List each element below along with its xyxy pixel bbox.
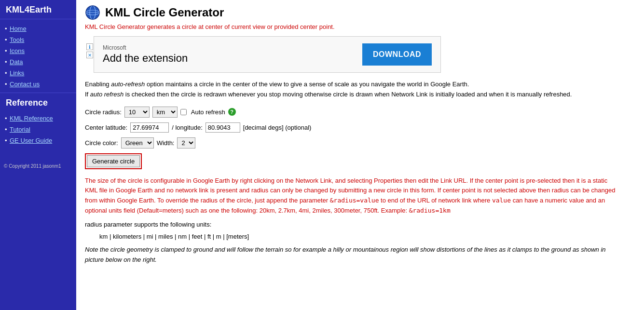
ad-controls: ℹ ✕ — [86, 43, 93, 58]
sidebar-item-data[interactable]: Data — [0, 56, 76, 67]
optional-label: [decimal degs] (optional) — [243, 124, 312, 131]
longitude-input[interactable]: 80.9043 — [206, 122, 240, 133]
radius-label: Circle radius: — [85, 108, 122, 116]
sidebar-item-tutorial[interactable]: Tutorial — [0, 124, 76, 135]
sidebar-link-home[interactable]: Home — [10, 25, 27, 32]
site-title: KML4Earth — [0, 0, 76, 19]
color-row: Circle color: RedGreenBlueYellowWhiteBla… — [85, 137, 635, 148]
sidebar-link-contact[interactable]: Contact us — [10, 81, 40, 88]
sidebar-item-ge-user-guide[interactable]: GE User Guide — [0, 135, 76, 146]
help-icon[interactable]: ? — [228, 108, 236, 116]
main-content: KML Circle Generator KML Circle Generato… — [76, 0, 644, 310]
sidebar-item-tools[interactable]: Tools — [0, 34, 76, 45]
sidebar-item-home[interactable]: Home — [0, 23, 76, 34]
ad-text: Microsoft Add the extension — [103, 44, 188, 65]
sidebar-link-tools[interactable]: Tools — [10, 36, 24, 43]
sidebar-link-links[interactable]: Links — [10, 69, 24, 77]
sidebar-link-ge-user-guide[interactable]: GE User Guide — [10, 137, 52, 144]
sidebar-link-tutorial[interactable]: Tutorial — [10, 126, 30, 133]
description: Enabling auto-refresh option maintains a… — [85, 80, 616, 100]
ad-download-button[interactable]: DOWNLOAD — [362, 43, 432, 66]
description-line2: If auto refresh is checked then the circ… — [85, 90, 616, 100]
ad-close-icon[interactable]: ✕ — [86, 52, 93, 58]
auto-refresh-checkbox[interactable] — [180, 109, 187, 115]
lon-label: / longitude: — [172, 124, 203, 131]
sidebar-link-icons[interactable]: Icons — [10, 47, 25, 54]
color-label: Circle color: — [85, 139, 118, 147]
unit-select[interactable]: kmminmfeetftm — [152, 107, 178, 118]
note-text: Note the circle geometry is clamped to g… — [85, 245, 616, 265]
units-list: km | kilometers | mi | miles | nm | feet… — [99, 233, 635, 240]
nav-section: Home Tools Icons Data Links Contact us — [0, 19, 76, 93]
latlon-row: Center latitude: 27.69974 / longitude: 8… — [85, 122, 635, 133]
page-title: KML Circle Generator — [85, 5, 635, 20]
color-select[interactable]: RedGreenBlueYellowWhiteBlack — [121, 137, 154, 148]
lat-label: Center latitude: — [85, 124, 127, 131]
ad-provider: Microsoft — [103, 44, 188, 51]
width-select[interactable]: 12345 — [177, 137, 195, 148]
radius-row: Circle radius: 125102050100 kmminmfeetft… — [85, 107, 635, 118]
ad-info-icon[interactable]: ℹ — [86, 43, 93, 50]
generate-circle-button[interactable]: Generate circle — [87, 155, 140, 167]
sidebar-item-contact[interactable]: Contact us — [0, 79, 76, 90]
latitude-input[interactable]: 27.69974 — [130, 122, 169, 133]
ad-title: Add the extension — [103, 52, 188, 65]
width-label: Width: — [157, 139, 175, 147]
sidebar: KML4Earth Home Tools Icons Data Links Co… — [0, 0, 76, 310]
copyright-text: © Copyright 2011 jasonm1 — [0, 159, 76, 174]
sidebar-link-data[interactable]: Data — [10, 58, 23, 66]
sidebar-link-kml-reference[interactable]: KML Reference — [10, 115, 53, 122]
units-intro: radius parameter supports the following … — [85, 221, 635, 228]
sidebar-item-icons[interactable]: Icons — [0, 45, 76, 56]
generate-button-wrapper: Generate circle — [85, 153, 142, 169]
ref-section: KML Reference Tutorial GE User Guide — [0, 111, 76, 149]
globe-icon — [85, 5, 100, 20]
sidebar-item-links[interactable]: Links — [0, 67, 76, 79]
description-line1: Enabling auto-refresh option maintains a… — [85, 80, 616, 90]
sidebar-item-kml-reference[interactable]: KML Reference — [0, 113, 76, 124]
reference-heading: Reference — [0, 93, 76, 111]
radius-select[interactable]: 125102050100 — [124, 107, 150, 118]
auto-refresh-label: Auto refresh — [191, 108, 225, 116]
info-text: The size of the circle is configurable i… — [85, 176, 616, 216]
ad-box: ℹ ✕ Microsoft Add the extension DOWNLOAD — [94, 36, 441, 73]
page-subtitle: KML Circle Generator generates a circle … — [85, 23, 635, 30]
